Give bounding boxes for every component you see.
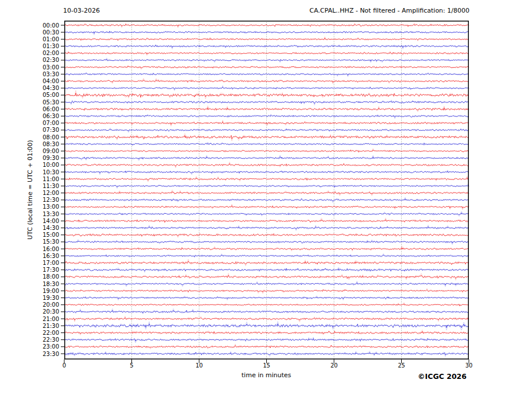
trace-halo xyxy=(64,253,468,257)
date-label: 10-03-2026 xyxy=(63,7,100,14)
time-label: 09:30 xyxy=(0,155,59,161)
time-label: 01:30 xyxy=(0,43,59,49)
time-label: 10:30 xyxy=(0,169,59,175)
trace-row xyxy=(64,59,469,61)
trace-halo xyxy=(64,66,468,69)
time-label: 08:30 xyxy=(0,141,59,147)
time-label: 04:00 xyxy=(0,78,59,84)
trace-row xyxy=(64,213,469,215)
time-label: 00:30 xyxy=(0,29,59,36)
time-label: 08:00 xyxy=(0,134,59,140)
time-label: 03:00 xyxy=(0,64,59,71)
time-label: 23:00 xyxy=(0,343,59,350)
time-label: 14:00 xyxy=(0,218,59,224)
time-label: 03:30 xyxy=(0,71,59,77)
x-tick-label: 30 xyxy=(455,362,483,369)
time-label: 07:00 xyxy=(0,120,59,126)
time-label: 10:00 xyxy=(0,162,59,168)
time-label: 13:00 xyxy=(0,204,59,210)
time-label: 04:30 xyxy=(0,85,59,91)
time-label: 13:30 xyxy=(0,211,59,217)
x-tick-label: 20 xyxy=(320,362,348,369)
time-label: 01:00 xyxy=(0,36,59,42)
copyright-label: ©ICGC 2026 xyxy=(418,372,467,381)
time-label: 02:30 xyxy=(0,57,59,63)
trace-row xyxy=(64,297,469,299)
time-label: 14:30 xyxy=(0,225,59,231)
time-label: 21:00 xyxy=(0,316,59,322)
time-label: 18:00 xyxy=(0,273,59,280)
time-label: 06:30 xyxy=(0,113,59,119)
time-label: 00:00 xyxy=(0,22,59,29)
trace-halo xyxy=(64,148,468,152)
time-label: 05:30 xyxy=(0,99,59,105)
x-axis-title: time in minutes xyxy=(209,371,324,379)
plot-area xyxy=(64,21,469,359)
time-label: 19:00 xyxy=(0,288,59,294)
time-label: 05:00 xyxy=(0,92,59,98)
time-label: 20:30 xyxy=(0,308,59,315)
trace-halo xyxy=(64,309,468,314)
time-label: 16:00 xyxy=(0,246,59,252)
time-label: 07:30 xyxy=(0,127,59,133)
time-label: 22:00 xyxy=(0,330,59,336)
time-label: 17:00 xyxy=(0,260,59,266)
trace-row xyxy=(64,178,469,181)
time-label: 19:30 xyxy=(0,295,59,301)
x-tick-label: 15 xyxy=(253,362,281,369)
helicorder-figure: 10-03-2026 CA.CPAL..HHZ - Not filtered -… xyxy=(0,0,532,399)
time-label: 11:00 xyxy=(0,176,59,182)
x-tick-label: 5 xyxy=(118,362,146,369)
trace-halo xyxy=(64,218,468,222)
trace-halo xyxy=(64,31,468,35)
trace-halo xyxy=(64,45,468,49)
time-label: 09:00 xyxy=(0,148,59,154)
time-label: 15:30 xyxy=(0,238,59,245)
time-label: 21:30 xyxy=(0,323,59,329)
time-label: 18:30 xyxy=(0,281,59,287)
time-label: 23:30 xyxy=(0,351,59,357)
time-label: 12:30 xyxy=(0,197,59,203)
time-label: 02:00 xyxy=(0,50,59,56)
time-label: 22:30 xyxy=(0,337,59,343)
time-label: 06:00 xyxy=(0,106,59,112)
time-label: 17:30 xyxy=(0,267,59,273)
time-label: 16:30 xyxy=(0,253,59,259)
trace-row xyxy=(64,108,469,111)
trace-row xyxy=(64,135,469,139)
trace-row xyxy=(64,191,469,194)
time-label: 20:00 xyxy=(0,302,59,308)
trace-row xyxy=(64,115,469,117)
x-tick-label: 25 xyxy=(387,362,416,369)
time-label: 15:00 xyxy=(0,232,59,238)
station-title: CA.CPAL..HHZ - Not filtered - Amplificat… xyxy=(309,7,469,14)
x-tick-label: 0 xyxy=(50,362,79,369)
time-label: 12:00 xyxy=(0,190,59,196)
x-tick-label: 10 xyxy=(185,362,213,369)
time-label: 11:30 xyxy=(0,183,59,189)
